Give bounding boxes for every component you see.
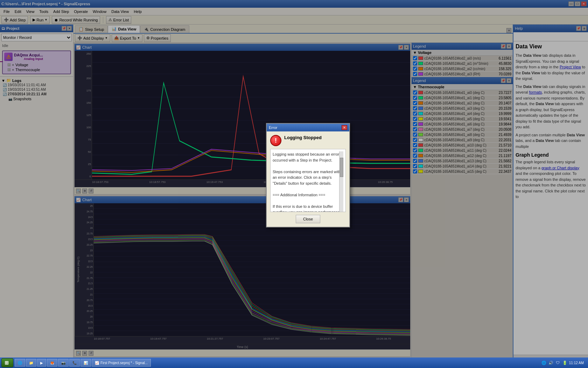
error-dialog-buttons: Close [270,215,346,223]
error-circle-icon: ! [270,135,281,146]
error-dialog-title: Error [269,125,277,130]
signalexpress-taskbar-item[interactable]: 📈 First Project.seproj * - Signal... [92,359,151,367]
tray-antivirus-icon[interactable]: 🛡 [555,360,561,366]
taskbar-time: 11:12 AM [569,361,584,365]
taskbar-media-icon[interactable]: ▶ [37,359,46,367]
error-body[interactable]: Logging was stopped because an error occ… [270,149,346,212]
taskbar-tray: 🌐 🔊 🛡 🔋 11:12 AM [538,360,587,366]
modal-overlay: Error ✕ ! Logging Stopped Logging was st… [0,0,588,368]
error-dialog-title-bar: Error ✕ [267,124,349,131]
taskbar-firefox-icon[interactable]: 🦊 [47,359,57,367]
error-body-text: Logging was stopped because an error occ… [273,151,343,212]
windows-logo-icon: ⊞ [5,360,9,366]
error-close-button[interactable]: Close [296,215,320,223]
error-dialog-content: ! Logging Stopped Logging was stopped be… [267,131,349,227]
taskbar-photoshop-icon[interactable]: 📷 [58,359,69,367]
taskbar-skype-icon[interactable]: 📞 [69,359,80,367]
taskbar: ⊞ 🌐 📁 ▶ 🦊 📷 📞 📊 📈 First Project.seproj *… [0,357,588,368]
tray-network-icon[interactable]: 🌐 [541,360,547,366]
start-button[interactable]: ⊞ [1,358,13,367]
signalexpress-label: First Project.seproj * - Signal... [100,361,148,365]
signalexpress-icon: 📈 [95,361,99,365]
taskbar-app-icon[interactable]: 📊 [80,359,91,367]
tray-volume-icon[interactable]: 🔊 [548,360,554,366]
error-heading: Logging Stopped [284,135,322,140]
taskbar-items: 🌐 📁 ▶ 🦊 📷 📞 📊 📈 First Project.seproj * -… [15,359,537,367]
taskbar-ie-icon[interactable]: 🌐 [15,359,25,367]
taskbar-folder-icon[interactable]: 📁 [26,359,36,367]
error-icon-row: ! Logging Stopped [270,135,346,146]
error-dialog-close-x[interactable]: ✕ [342,125,347,130]
error-dialog: Error ✕ ! Logging Stopped Logging was st… [266,123,350,227]
tray-battery-icon[interactable]: 🔋 [562,360,568,366]
error-body-scrollbar[interactable] [339,151,343,212]
error-body-scrollthumb[interactable] [340,158,343,177]
